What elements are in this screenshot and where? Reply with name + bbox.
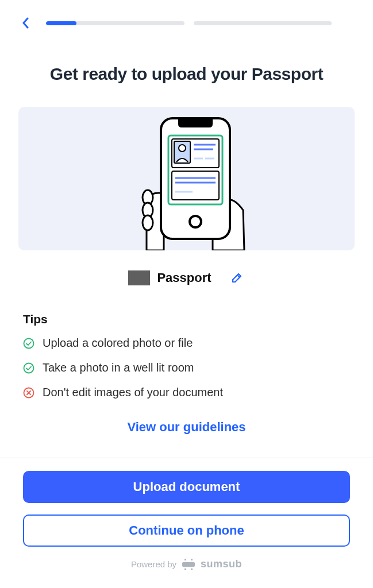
powered-by-label: Powered by xyxy=(131,559,176,569)
tip-text: Take a photo in a well lit room xyxy=(43,361,194,374)
svg-rect-24 xyxy=(184,568,186,570)
svg-point-8 xyxy=(179,145,186,152)
tip-text: Upload a colored photo or file xyxy=(43,336,193,350)
tip-item: Upload a colored photo or file xyxy=(23,336,350,350)
svg-rect-21 xyxy=(184,559,186,560)
brand-logo-icon xyxy=(182,559,195,570)
svg-point-18 xyxy=(24,338,34,348)
upload-document-button[interactable]: Upload document xyxy=(23,471,350,503)
pencil-icon xyxy=(231,272,243,284)
check-circle-icon xyxy=(23,338,34,349)
country-flag xyxy=(128,270,150,285)
chevron-left-icon xyxy=(21,17,29,29)
svg-rect-25 xyxy=(191,568,193,570)
page-title: Get ready to upload your Passport xyxy=(18,64,355,84)
progress-bar xyxy=(46,21,355,25)
progress-segment-2 xyxy=(194,21,332,25)
svg-rect-23 xyxy=(182,562,195,567)
tips-heading: Tips xyxy=(23,312,350,326)
illustration xyxy=(18,107,355,250)
guidelines-link[interactable]: View our guidelines xyxy=(23,420,350,435)
x-circle-icon xyxy=(23,387,34,399)
svg-point-2 xyxy=(143,215,153,230)
edit-document-button[interactable] xyxy=(229,270,245,286)
document-type-label: Passport xyxy=(157,270,211,285)
tip-text: Don't edit images of your document xyxy=(43,386,223,399)
footer: Powered by sumsub xyxy=(0,558,373,570)
check-circle-icon xyxy=(23,362,34,374)
svg-rect-13 xyxy=(172,171,219,200)
tip-item: Take a photo in a well lit room xyxy=(23,361,350,374)
brand-name: sumsub xyxy=(201,558,242,570)
back-button[interactable] xyxy=(18,16,32,30)
continue-on-phone-button[interactable]: Continue on phone xyxy=(23,514,350,547)
svg-point-19 xyxy=(24,363,34,373)
tip-item: Don't edit images of your document xyxy=(23,386,350,399)
progress-segment-1 xyxy=(46,21,184,25)
svg-rect-22 xyxy=(191,559,193,560)
